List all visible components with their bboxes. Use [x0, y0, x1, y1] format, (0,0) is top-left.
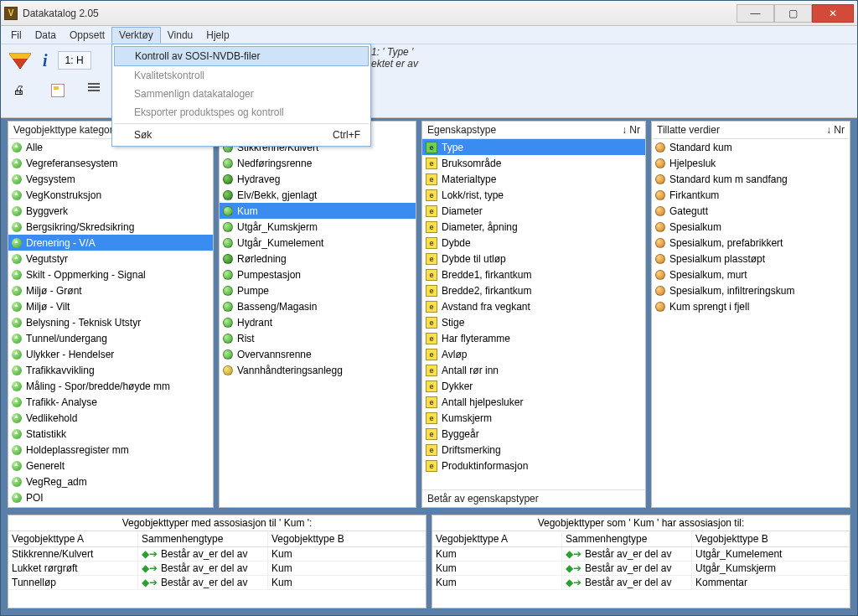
maximize-button[interactable]: ▢: [774, 4, 812, 23]
category-item[interactable]: Vegsystem: [8, 171, 213, 187]
category-item[interactable]: POI: [8, 489, 213, 505]
prop-item[interactable]: eByggeår: [422, 426, 645, 442]
category-item[interactable]: Skilt - Oppmerking - Signal: [8, 267, 213, 282]
card-icon[interactable]: [51, 84, 65, 97]
object-item[interactable]: Utgår_Kumelement: [220, 235, 416, 251]
allowed-item[interactable]: Standard kum: [652, 139, 850, 155]
object-item[interactable]: Pumpestasjon: [220, 267, 416, 282]
menu-oppsett[interactable]: Oppsett: [63, 28, 111, 43]
category-item[interactable]: Måling - Spor/bredde/høyde mm: [8, 378, 213, 394]
prop-item[interactable]: eDykker: [422, 378, 645, 394]
object-item[interactable]: Rørledning: [220, 251, 416, 267]
assoc-left-body[interactable]: Stikkrenne/Kulvert◆➔ Består av_er del av…: [8, 547, 426, 608]
object-item[interactable]: Nedføringsrenne: [220, 155, 416, 171]
prop-item[interactable]: eMaterialtype: [422, 171, 645, 187]
close-button[interactable]: ✕: [812, 4, 854, 23]
assoc-right-body[interactable]: Kum◆➔ Består av_er del avUtgår_Kumelemen…: [432, 547, 850, 608]
prop-item[interactable]: eDriftsmerking: [422, 442, 645, 458]
dropdown-item[interactable]: Kontroll av SOSI-NVDB-filer: [114, 46, 369, 66]
allowed-item[interactable]: Spesialkum: [652, 219, 850, 235]
allowed-item[interactable]: Spesialkum, infiltreringskum: [652, 282, 850, 298]
assoc-row[interactable]: Tunnelløp◆➔ Består av_er del avKum: [8, 576, 426, 590]
tab-button[interactable]: 1: H: [58, 51, 91, 70]
prop-item[interactable]: eAntall hjelpesluker: [422, 394, 645, 410]
objects-list[interactable]: Lukket rørgrøftStikkrenne/KulvertNedføri…: [220, 122, 416, 507]
category-item[interactable]: Ulykker - Hendelser: [8, 346, 213, 362]
prop-item[interactable]: eType: [422, 139, 645, 155]
category-item[interactable]: VegReg_adm: [8, 474, 213, 489]
prop-item[interactable]: eHar flyteramme: [422, 330, 645, 346]
object-item[interactable]: Basseng/Magasin: [220, 298, 416, 314]
allowed-item[interactable]: Gategutt: [652, 203, 850, 219]
info-icon[interactable]: i: [43, 51, 48, 70]
object-item[interactable]: Overvannsrenne: [220, 346, 416, 362]
assoc-left-head[interactable]: Vegobjekttype A Sammenhengtype Vegobjekt…: [8, 531, 426, 547]
category-item[interactable]: Vegutstyr: [8, 251, 213, 267]
allowed-item[interactable]: Hjelpesluk: [652, 155, 850, 171]
object-item[interactable]: Elv/Bekk, gjenlagt: [220, 187, 416, 203]
category-item[interactable]: Bergsikring/Skredsikring: [8, 219, 213, 235]
category-item[interactable]: Miljø - Vilt: [8, 298, 213, 314]
prop-item[interactable]: eProduktinformasjon: [422, 458, 645, 474]
allowed-item[interactable]: Standard kum m sandfang: [652, 171, 850, 187]
object-item[interactable]: Rist: [220, 330, 416, 346]
category-item[interactable]: VegKonstruksjon: [8, 187, 213, 203]
prop-item[interactable]: eAvstand fra vegkant: [422, 298, 645, 314]
prop-item[interactable]: eAvløp: [422, 346, 645, 362]
prop-item[interactable]: eDiameter: [422, 203, 645, 219]
category-item[interactable]: Trafikkavvikling: [8, 362, 213, 378]
allowed-item[interactable]: Spesialkum, murt: [652, 267, 850, 282]
allowed-list[interactable]: Standard kumHjelpeslukStandard kum m san…: [652, 139, 850, 507]
category-item[interactable]: Tunnel/undergang: [8, 330, 213, 346]
menu-verktøy[interactable]: Verktøy: [111, 27, 161, 44]
menu-vindu[interactable]: Vindu: [161, 28, 199, 43]
menu-fil[interactable]: Fil: [4, 28, 28, 43]
category-item[interactable]: Drenering - V/A: [8, 235, 213, 251]
allowed-item[interactable]: Firkantkum: [652, 187, 850, 203]
category-item[interactable]: Holdeplassregister mm: [8, 442, 213, 458]
object-item[interactable]: Hydraveg: [220, 171, 416, 187]
assoc-row[interactable]: Stikkrenne/Kulvert◆➔ Består av_er del av…: [8, 547, 426, 562]
dropdown-item[interactable]: SøkCtrl+F: [114, 126, 369, 144]
category-item[interactable]: Statistikk: [8, 426, 213, 442]
prop-item[interactable]: eDybde: [422, 235, 645, 251]
object-item[interactable]: Kum: [220, 203, 416, 219]
object-item[interactable]: Utgår_Kumskjerm: [220, 219, 416, 235]
prop-item[interactable]: eBruksområde: [422, 155, 645, 171]
prop-item[interactable]: eAntall rør inn: [422, 362, 645, 378]
category-item[interactable]: Byggverk: [8, 203, 213, 219]
minimize-button[interactable]: —: [737, 4, 774, 23]
list-icon[interactable]: [88, 83, 103, 98]
panel-allowed-head[interactable]: Tillatte verdier ↓ Nr: [652, 122, 850, 139]
assoc-row[interactable]: Kum◆➔ Består av_er del avUtgår_Kumelemen…: [432, 547, 850, 562]
object-item[interactable]: Vannhåndteringsanlegg: [220, 362, 416, 378]
menu-hjelp[interactable]: Hjelp: [199, 28, 235, 43]
assoc-right-head[interactable]: Vegobjekttype A Sammenhengtype Vegobjekt…: [432, 531, 850, 547]
allowed-item[interactable]: Spesialkum plasstøpt: [652, 251, 850, 267]
category-item[interactable]: Vegreferansesystem: [8, 155, 213, 171]
prop-item[interactable]: eKumskjerm: [422, 410, 645, 426]
assoc-row[interactable]: Kum◆➔ Består av_er del avUtgår_Kumskjerm: [432, 562, 850, 576]
prop-item[interactable]: eLokk/rist, type: [422, 187, 645, 203]
assoc-row[interactable]: Kum◆➔ Består av_er del avKommentar: [432, 576, 850, 590]
allowed-item[interactable]: Spesialkum, prefabrikkert: [652, 235, 850, 251]
menu-data[interactable]: Data: [28, 28, 63, 43]
category-item[interactable]: Vedlikehold: [8, 410, 213, 426]
object-item[interactable]: Pumpe: [220, 282, 416, 298]
prop-item[interactable]: eDybde til utløp: [422, 251, 645, 267]
prop-item[interactable]: eBredde2, firkantkum: [422, 282, 645, 298]
prop-item[interactable]: eDiameter, åpning: [422, 219, 645, 235]
allowed-item[interactable]: Kum sprengt i fjell: [652, 298, 850, 314]
assoc-row[interactable]: Lukket rørgrøft◆➔ Består av_er del avKum: [8, 562, 426, 576]
panel-props-head[interactable]: Egenskapstype ↓ Nr: [422, 122, 645, 139]
categories-list[interactable]: AlleVegreferansesystemVegsystemVegKonstr…: [8, 139, 213, 507]
category-item[interactable]: Trafikk- Analyse: [8, 394, 213, 410]
category-item[interactable]: Miljø - Grønt: [8, 282, 213, 298]
prop-item[interactable]: eBredde1, firkantkum: [422, 267, 645, 282]
props-list[interactable]: eTypeeBruksområdeeMaterialtypeeLokk/rist…: [422, 139, 645, 489]
print-icon[interactable]: [13, 83, 28, 98]
category-item[interactable]: Generelt: [8, 458, 213, 474]
object-item[interactable]: Hydrant: [220, 314, 416, 330]
prop-item[interactable]: eStige: [422, 314, 645, 330]
category-item[interactable]: Belysning - Teknisk Utstyr: [8, 314, 213, 330]
